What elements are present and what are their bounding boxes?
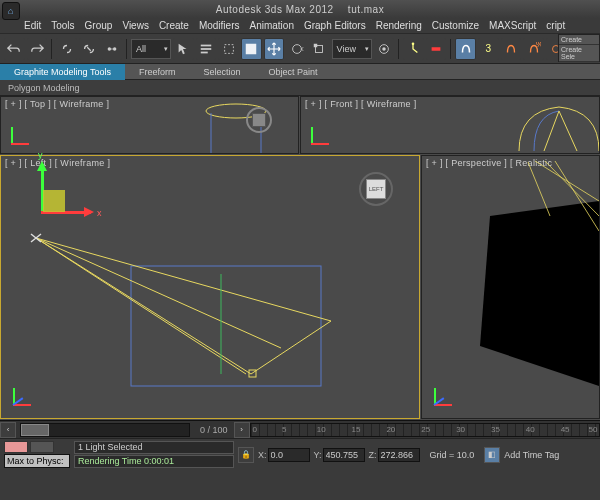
select-name-icon[interactable]	[196, 38, 217, 60]
tick: 45	[561, 425, 570, 434]
svg-point-0	[107, 47, 111, 51]
viewport-area: [ + ] [ Top ] [ Wireframe ] [ + ] [ Fron…	[0, 96, 600, 420]
axis-tripod-icon	[5, 121, 35, 151]
tick: 20	[386, 425, 395, 434]
svg-rect-13	[432, 47, 441, 51]
menu-create[interactable]: Create	[159, 20, 189, 31]
menu-customize[interactable]: Customize	[432, 20, 479, 31]
time-slider[interactable]	[20, 423, 190, 437]
keymode-icon[interactable]	[426, 38, 447, 60]
filename: tut.max	[348, 4, 384, 15]
grid-status: Grid = 10.0	[424, 450, 481, 460]
menu-grapheditors[interactable]: Graph Editors	[304, 20, 366, 31]
menu-bar: Edit Tools Group Views Create Modifiers …	[0, 18, 600, 34]
viewcube-icon[interactable]	[246, 107, 272, 133]
tick: 0	[253, 425, 257, 434]
menu-edit[interactable]: Edit	[24, 20, 41, 31]
timeline-next-icon[interactable]: ›	[234, 422, 250, 438]
coord-x-input[interactable]	[268, 448, 310, 462]
svg-rect-18	[131, 266, 321, 386]
tab-freeform[interactable]: Freeform	[125, 64, 190, 80]
timeline-prev-icon[interactable]: ‹	[0, 422, 16, 438]
percent-snap-icon[interactable]	[501, 38, 522, 60]
svg-rect-5	[224, 44, 233, 53]
wireframe-geometry	[459, 101, 599, 155]
viewport-front-label[interactable]: [ + ] [ Front ] [ Wireframe ]	[305, 99, 416, 109]
redo-icon[interactable]	[27, 38, 48, 60]
create-tab[interactable]: Create	[559, 35, 599, 45]
time-tag-icon[interactable]: ◧	[484, 447, 500, 463]
menu-modifiers[interactable]: Modifiers	[199, 20, 240, 31]
ribbon-sub[interactable]: Polygon Modeling	[0, 80, 600, 96]
coord-y: Y:	[314, 448, 365, 462]
manipulate-icon[interactable]	[403, 38, 424, 60]
lock-icon[interactable]: 🔒	[238, 447, 254, 463]
menu-views[interactable]: Views	[122, 20, 149, 31]
menu-animation[interactable]: Animation	[249, 20, 293, 31]
svg-rect-6	[246, 43, 257, 54]
viewport-perspective[interactable]: [ + ] [ Perspective ] [ Realistic	[421, 155, 600, 419]
track-b-icon[interactable]	[30, 441, 54, 453]
script-listener-input[interactable]	[4, 454, 70, 468]
window-crossing-icon[interactable]	[241, 38, 262, 60]
svg-point-10	[382, 47, 386, 51]
undo-icon[interactable]	[4, 38, 25, 60]
svg-point-12	[412, 42, 415, 45]
svg-rect-9	[314, 43, 318, 47]
tab-selection[interactable]: Selection	[189, 64, 254, 80]
angle-snap-icon[interactable]: 3	[478, 38, 499, 60]
render-geometry	[420, 156, 599, 420]
viewport-top-label[interactable]: [ + ] [ Top ] [ Wireframe ]	[5, 99, 109, 109]
menu-maxscript[interactable]: MAXScript	[489, 20, 536, 31]
time-ruler[interactable]: 0 5 10 15 20 25 30 35 40 45 50	[250, 423, 600, 437]
command-panel[interactable]: Create Create Sele	[558, 34, 600, 62]
viewport-top[interactable]: [ + ] [ Top ] [ Wireframe ]	[0, 96, 299, 154]
coord-y-input[interactable]	[323, 448, 365, 462]
axis-tripod-icon	[305, 121, 335, 151]
track-a-icon[interactable]	[4, 441, 28, 453]
unlink-icon[interactable]	[79, 38, 100, 60]
render-time-status: Rendering Time 0:00:01	[74, 455, 234, 468]
app-logo-icon[interactable]: ⌂	[2, 2, 20, 20]
coord-x: X:	[258, 448, 310, 462]
wireframe-geometry	[1, 156, 421, 420]
link-icon[interactable]	[56, 38, 77, 60]
svg-point-7	[292, 44, 301, 53]
scale-icon[interactable]	[309, 38, 330, 60]
separator	[398, 39, 399, 59]
menu-tools[interactable]: Tools	[51, 20, 74, 31]
time-tag-label[interactable]: Add Time Tag	[504, 450, 559, 460]
menu-group[interactable]: Group	[85, 20, 113, 31]
bind-icon[interactable]	[102, 38, 123, 60]
viewport-front[interactable]: [ + ] [ Front ] [ Wireframe ]	[300, 96, 600, 154]
snap-icon[interactable]	[455, 38, 476, 60]
main-toolbar: All View 3 %	[0, 34, 600, 64]
select-icon[interactable]	[173, 38, 194, 60]
spinner-snap-icon[interactable]: %	[523, 38, 544, 60]
selection-filter-dropdown[interactable]: All	[131, 39, 171, 59]
menu-script[interactable]: cript	[546, 20, 565, 31]
tick: 30	[456, 425, 465, 434]
pivot-icon[interactable]	[374, 38, 395, 60]
create-sub[interactable]: Create Sele	[559, 45, 599, 62]
tick: 50	[589, 425, 598, 434]
rect-select-icon[interactable]	[218, 38, 239, 60]
menu-rendering[interactable]: Rendering	[376, 20, 422, 31]
separator	[450, 39, 451, 59]
tab-graphite[interactable]: Graphite Modeling Tools	[0, 64, 125, 80]
coord-z-input[interactable]	[378, 448, 420, 462]
time-slider-thumb[interactable]	[21, 424, 49, 436]
axis-tripod-icon	[7, 382, 37, 412]
ref-coord-dropdown[interactable]: View	[332, 39, 372, 59]
svg-rect-3	[201, 48, 212, 50]
rotate-icon[interactable]	[286, 38, 307, 60]
svg-text:%: %	[535, 42, 540, 49]
frame-counter: 0 / 100	[194, 425, 234, 435]
separator	[126, 39, 127, 59]
viewport-left[interactable]: [ + ] [ Left ] [ Wireframe ] y x LEFT	[0, 155, 420, 419]
tick: 10	[317, 425, 326, 434]
tab-objectpaint[interactable]: Object Paint	[254, 64, 331, 80]
move-icon[interactable]	[264, 38, 285, 60]
selection-status: 1 Light Selected	[74, 441, 234, 454]
tick: 25	[421, 425, 430, 434]
